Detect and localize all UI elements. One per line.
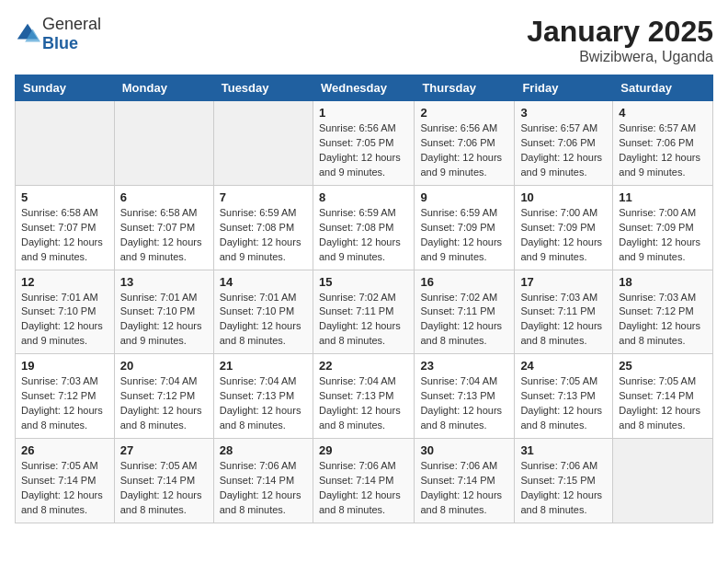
calendar-week-2: 5Sunrise: 6:58 AM Sunset: 7:07 PM Daylig… [16, 185, 713, 270]
weekday-header-monday: Monday [114, 75, 213, 101]
day-number: 19 [21, 359, 108, 373]
weekday-header-tuesday: Tuesday [213, 75, 313, 101]
calendar-cell: 18Sunrise: 7:03 AM Sunset: 7:12 PM Dayli… [613, 270, 713, 354]
day-number: 3 [520, 106, 607, 120]
calendar-subtitle: Bwizibwera, Uganda [527, 49, 713, 65]
calendar-cell: 23Sunrise: 7:04 AM Sunset: 7:13 PM Dayli… [415, 354, 515, 439]
calendar-cell: 10Sunrise: 7:00 AM Sunset: 7:09 PM Dayli… [515, 185, 613, 270]
day-info: Sunrise: 7:06 AM Sunset: 7:14 PM Dayligh… [319, 459, 408, 518]
day-info: Sunrise: 7:01 AM Sunset: 7:10 PM Dayligh… [220, 291, 307, 350]
day-info: Sunrise: 7:04 AM Sunset: 7:12 PM Dayligh… [120, 374, 208, 433]
calendar-cell: 12Sunrise: 7:01 AM Sunset: 7:10 PM Dayli… [16, 270, 115, 354]
calendar-title: January 2025 [527, 15, 713, 49]
day-number: 16 [420, 275, 508, 289]
day-info: Sunrise: 7:05 AM Sunset: 7:14 PM Dayligh… [120, 459, 208, 518]
calendar-cell: 2Sunrise: 6:56 AM Sunset: 7:06 PM Daylig… [415, 101, 515, 186]
calendar-cell: 13Sunrise: 7:01 AM Sunset: 7:10 PM Dayli… [114, 270, 213, 354]
day-number: 27 [120, 443, 208, 457]
day-number: 28 [220, 443, 307, 457]
day-info: Sunrise: 7:05 AM Sunset: 7:14 PM Dayligh… [619, 374, 707, 433]
day-number: 25 [619, 359, 707, 373]
calendar-cell: 31Sunrise: 7:06 AM Sunset: 7:15 PM Dayli… [515, 439, 613, 523]
calendar-cell [613, 439, 713, 523]
calendar-cell: 8Sunrise: 6:59 AM Sunset: 7:08 PM Daylig… [313, 185, 414, 270]
calendar-week-4: 19Sunrise: 7:03 AM Sunset: 7:12 PM Dayli… [16, 354, 713, 439]
day-number: 2 [420, 106, 508, 120]
title-block: January 2025 Bwizibwera, Uganda [527, 15, 713, 65]
day-number: 30 [420, 443, 508, 457]
calendar-cell [213, 101, 313, 186]
day-info: Sunrise: 7:06 AM Sunset: 7:14 PM Dayligh… [220, 459, 307, 518]
calendar-cell: 7Sunrise: 6:59 AM Sunset: 7:08 PM Daylig… [213, 185, 313, 270]
day-info: Sunrise: 7:06 AM Sunset: 7:15 PM Dayligh… [520, 459, 607, 518]
day-info: Sunrise: 6:57 AM Sunset: 7:06 PM Dayligh… [520, 121, 607, 180]
day-number: 31 [520, 443, 607, 457]
day-info: Sunrise: 6:59 AM Sunset: 7:08 PM Dayligh… [220, 206, 307, 265]
calendar-week-5: 26Sunrise: 7:05 AM Sunset: 7:14 PM Dayli… [16, 439, 713, 523]
day-info: Sunrise: 7:01 AM Sunset: 7:10 PM Dayligh… [120, 291, 208, 350]
day-info: Sunrise: 6:58 AM Sunset: 7:07 PM Dayligh… [21, 206, 108, 265]
day-info: Sunrise: 7:03 AM Sunset: 7:11 PM Dayligh… [520, 291, 607, 350]
day-info: Sunrise: 7:03 AM Sunset: 7:12 PM Dayligh… [21, 374, 108, 433]
calendar-cell [114, 101, 213, 186]
calendar-cell [16, 101, 115, 186]
calendar-cell: 25Sunrise: 7:05 AM Sunset: 7:14 PM Dayli… [613, 354, 713, 439]
day-info: Sunrise: 6:59 AM Sunset: 7:08 PM Dayligh… [319, 206, 408, 265]
day-number: 8 [319, 190, 408, 204]
calendar-cell: 21Sunrise: 7:04 AM Sunset: 7:13 PM Dayli… [213, 354, 313, 439]
day-info: Sunrise: 7:01 AM Sunset: 7:10 PM Dayligh… [21, 291, 108, 350]
day-info: Sunrise: 7:06 AM Sunset: 7:14 PM Dayligh… [420, 459, 508, 518]
day-info: Sunrise: 7:04 AM Sunset: 7:13 PM Dayligh… [220, 374, 307, 433]
day-number: 20 [120, 359, 208, 373]
calendar-cell: 28Sunrise: 7:06 AM Sunset: 7:14 PM Dayli… [213, 439, 313, 523]
page-header: General Blue January 2025 Bwizibwera, Ug… [15, 15, 713, 65]
logo-icon [15, 21, 40, 47]
day-info: Sunrise: 7:04 AM Sunset: 7:13 PM Dayligh… [420, 374, 508, 433]
calendar-week-1: 1Sunrise: 6:56 AM Sunset: 7:05 PM Daylig… [16, 101, 713, 186]
day-number: 10 [520, 190, 607, 204]
weekday-header-row: SundayMondayTuesdayWednesdayThursdayFrid… [16, 75, 713, 101]
day-number: 4 [619, 106, 707, 120]
day-info: Sunrise: 7:02 AM Sunset: 7:11 PM Dayligh… [420, 291, 508, 350]
day-number: 22 [319, 359, 408, 373]
calendar-cell: 9Sunrise: 6:59 AM Sunset: 7:09 PM Daylig… [415, 185, 515, 270]
calendar-cell: 20Sunrise: 7:04 AM Sunset: 7:12 PM Dayli… [114, 354, 213, 439]
weekday-header-thursday: Thursday [415, 75, 515, 101]
calendar-cell: 14Sunrise: 7:01 AM Sunset: 7:10 PM Dayli… [213, 270, 313, 354]
day-number: 9 [420, 190, 508, 204]
calendar-cell: 6Sunrise: 6:58 AM Sunset: 7:07 PM Daylig… [114, 185, 213, 270]
day-number: 29 [319, 443, 408, 457]
day-info: Sunrise: 7:04 AM Sunset: 7:13 PM Dayligh… [319, 374, 408, 433]
day-info: Sunrise: 7:05 AM Sunset: 7:13 PM Dayligh… [520, 374, 607, 433]
day-info: Sunrise: 6:58 AM Sunset: 7:07 PM Dayligh… [120, 206, 208, 265]
day-info: Sunrise: 6:59 AM Sunset: 7:09 PM Dayligh… [420, 206, 508, 265]
day-number: 5 [21, 190, 108, 204]
day-info: Sunrise: 6:56 AM Sunset: 7:05 PM Dayligh… [319, 121, 408, 180]
day-info: Sunrise: 7:05 AM Sunset: 7:14 PM Dayligh… [21, 459, 108, 518]
calendar-cell: 5Sunrise: 6:58 AM Sunset: 7:07 PM Daylig… [16, 185, 115, 270]
calendar-cell: 4Sunrise: 6:57 AM Sunset: 7:06 PM Daylig… [613, 101, 713, 186]
calendar-cell: 27Sunrise: 7:05 AM Sunset: 7:14 PM Dayli… [114, 439, 213, 523]
day-info: Sunrise: 7:02 AM Sunset: 7:11 PM Dayligh… [319, 291, 408, 350]
calendar-cell: 1Sunrise: 6:56 AM Sunset: 7:05 PM Daylig… [313, 101, 414, 186]
day-number: 23 [420, 359, 508, 373]
logo: General Blue [15, 15, 101, 53]
day-number: 13 [120, 275, 208, 289]
day-number: 1 [319, 106, 408, 120]
day-number: 18 [619, 275, 707, 289]
day-info: Sunrise: 6:56 AM Sunset: 7:06 PM Dayligh… [420, 121, 508, 180]
weekday-header-friday: Friday [515, 75, 613, 101]
calendar-cell: 17Sunrise: 7:03 AM Sunset: 7:11 PM Dayli… [515, 270, 613, 354]
calendar-week-3: 12Sunrise: 7:01 AM Sunset: 7:10 PM Dayli… [16, 270, 713, 354]
calendar-cell: 24Sunrise: 7:05 AM Sunset: 7:13 PM Dayli… [515, 354, 613, 439]
calendar-cell: 15Sunrise: 7:02 AM Sunset: 7:11 PM Dayli… [313, 270, 414, 354]
day-info: Sunrise: 7:00 AM Sunset: 7:09 PM Dayligh… [619, 206, 707, 265]
calendar-cell: 22Sunrise: 7:04 AM Sunset: 7:13 PM Dayli… [313, 354, 414, 439]
day-number: 21 [220, 359, 307, 373]
day-info: Sunrise: 7:00 AM Sunset: 7:09 PM Dayligh… [520, 206, 607, 265]
day-info: Sunrise: 6:57 AM Sunset: 7:06 PM Dayligh… [619, 121, 707, 180]
day-number: 14 [220, 275, 307, 289]
calendar-cell: 29Sunrise: 7:06 AM Sunset: 7:14 PM Dayli… [313, 439, 414, 523]
day-number: 11 [619, 190, 707, 204]
day-number: 24 [520, 359, 607, 373]
